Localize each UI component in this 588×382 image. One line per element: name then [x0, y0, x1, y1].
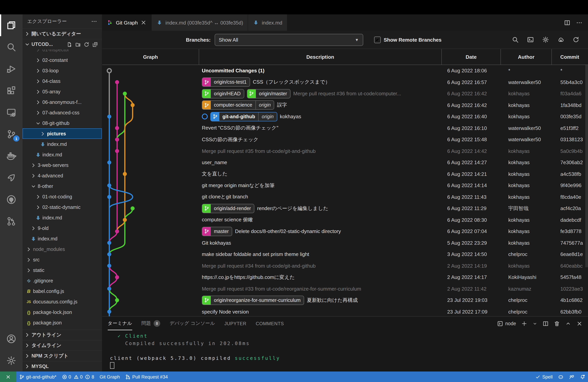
remote-indicator[interactable]	[0, 371, 16, 382]
activity-source-control[interactable]: 1	[0, 123, 22, 145]
new-terminal-icon[interactable]	[521, 320, 527, 327]
branch-label-origin/HEAD[interactable]: origin/HEAD	[202, 89, 244, 98]
copilot-status-item[interactable]	[555, 371, 566, 382]
close-icon[interactable]	[141, 20, 147, 26]
branch-label-origin/reorganize-for-summer-curriculum[interactable]: origin/reorganize-for-summer-curriculum	[202, 296, 304, 305]
sidebar-section-タイムライン[interactable]: タイムライン	[22, 340, 102, 350]
column-header-author[interactable]: Author	[501, 49, 552, 64]
refresh-icon[interactable]	[84, 42, 89, 47]
activity-github[interactable]	[0, 189, 22, 211]
panel-tab-ターミナル[interactable]: ターミナル	[108, 317, 132, 330]
terminal-icon[interactable]	[527, 36, 534, 43]
activity-remote-explorer[interactable]	[0, 102, 22, 123]
tree-file-docusaurus.config.js[interactable]: JSdocusaurus.config.js	[22, 297, 102, 307]
tree-file-index.md[interactable]: index.md	[22, 139, 102, 149]
tree-folder-02-static-dynamic[interactable]: 02-static-dynamic	[22, 202, 102, 212]
pull-request-status-item[interactable]: Pull Request #34	[123, 371, 170, 382]
collapse-icon[interactable]	[92, 42, 98, 47]
tree-folder-node_modules[interactable]: node_modules	[22, 244, 102, 255]
open-editors-section[interactable]: 開いているエディター	[22, 28, 102, 39]
tree-folder-pictures[interactable]: pictures	[22, 128, 102, 139]
notifications-status-item[interactable]	[577, 371, 588, 382]
branch-label-origin/master[interactable]: origin/master	[247, 89, 291, 98]
tab-index.md (003fe35d^ ↔ 003fe35d)[interactable]: index.md (003fe35d^ ↔ 003fe35d)	[152, 14, 248, 31]
activity-accounts[interactable]	[0, 328, 22, 350]
problems-status-item[interactable]: 008	[59, 371, 97, 382]
tree-file-index.md[interactable]: index.md	[22, 149, 102, 160]
tree-folder-8-other[interactable]: 8-other	[22, 181, 102, 191]
tab-index.md[interactable]: index.md	[248, 14, 287, 31]
terminal-output[interactable]: ✓ Client Compiled successfully in 202.08…	[102, 330, 588, 371]
activity-search[interactable]	[0, 36, 22, 58]
split-terminal-icon[interactable]	[543, 320, 549, 327]
panel-tab-デバッグ コンソール[interactable]: デバッグ コンソール	[169, 317, 215, 330]
tree-folder-06-anonymous-f...[interactable]: 06-anonymous-f...	[22, 97, 102, 107]
more-actions-icon[interactable]	[91, 18, 97, 24]
maximize-panel-icon[interactable]	[565, 320, 571, 327]
scrollbar[interactable]	[585, 65, 588, 267]
tree-file-README.md[interactable]: README.md	[22, 328, 102, 329]
sidebar-section-NPM スクリプト[interactable]: NPM スクリプト	[22, 350, 102, 361]
panel-tab-問題[interactable]: 問題8	[141, 317, 160, 330]
branch-label-computer-science[interactable]: computer-scienceorigin	[202, 101, 274, 110]
column-header-commit[interactable]: Commit	[552, 49, 588, 64]
spell-status-item[interactable]: Spell	[533, 371, 555, 382]
refresh-icon[interactable]	[572, 36, 579, 43]
activity-misc-extension[interactable]	[0, 167, 22, 189]
branch-label-master[interactable]: master	[202, 227, 232, 236]
ellipsis-icon[interactable]	[576, 19, 583, 26]
branches-dropdown[interactable]: Show All ▼	[214, 34, 363, 46]
tree-folder-9-old[interactable]: 9-old	[22, 223, 102, 233]
tree-folder-01-inspector[interactable]: 01-inspector	[22, 49, 102, 55]
activity-explorer[interactable]	[0, 14, 22, 36]
newfile-icon[interactable]	[66, 42, 72, 47]
kill-terminal-icon[interactable]	[554, 320, 560, 327]
tree-folder-static[interactable]: static	[22, 265, 102, 276]
cloud-download-icon[interactable]	[557, 36, 564, 43]
activity-settings[interactable]	[0, 350, 22, 371]
tree-file-package-lock.json[interactable]: {}package-lock.json	[22, 307, 102, 318]
tree-folder-4-advanced[interactable]: 4-advanced	[22, 170, 102, 181]
tree-folder-01-not-coding[interactable]: 01-not-coding	[22, 191, 102, 202]
panel-tab-COMMENTS[interactable]: COMMENTS	[256, 317, 284, 330]
terminal-dropdown-icon[interactable]	[532, 320, 537, 327]
tree-folder-08-git-github[interactable]: 08-git-github	[22, 118, 102, 128]
terminal-selector[interactable]: node	[497, 320, 516, 327]
activity-docker[interactable]	[0, 145, 22, 167]
split-editor-icon[interactable]	[564, 19, 570, 26]
column-header-date[interactable]: Date	[442, 49, 501, 64]
tree-folder-3-web-servers[interactable]: 3-web-servers	[22, 160, 102, 170]
activity-run-debug[interactable]	[0, 58, 22, 80]
tab-Git Graph[interactable]: Git Graph	[102, 14, 152, 31]
feedback-status-item[interactable]	[566, 371, 577, 382]
tree-folder-src[interactable]: src	[22, 255, 102, 265]
git-graph-status-item[interactable]: Git Graph	[97, 371, 123, 382]
sidebar-section-アウトライン[interactable]: アウトライン	[22, 329, 102, 340]
branch-label-origin/add-render[interactable]: origin/add-render	[202, 204, 254, 213]
tree-file-index.md[interactable]: index.md	[22, 212, 102, 223]
tree-folder-02-constant[interactable]: 02-constant	[22, 55, 102, 65]
tree-file-babel.config.js[interactable]: Bbabel.config.js	[22, 286, 102, 297]
activity-extensions[interactable]	[0, 80, 22, 102]
tree-file-.gitignore[interactable]: .gitignore	[22, 276, 102, 286]
newfolder-icon[interactable]	[75, 42, 81, 47]
activity-github-pull-requests[interactable]	[0, 211, 22, 232]
tree-file-index.md[interactable]: index.md	[22, 233, 102, 244]
tree-folder-03-loop[interactable]: 03-loop	[22, 65, 102, 76]
column-header-graph[interactable]: Graph	[102, 49, 199, 64]
close-panel-icon[interactable]	[576, 320, 583, 327]
tree-folder-05-array[interactable]: 05-array	[22, 86, 102, 97]
branch-label-git-and-github[interactable]: git-and-githuborigin	[210, 112, 277, 121]
tree-file-package.json[interactable]: {}package.json	[22, 318, 102, 328]
panel-tab-JUPYTER[interactable]: JUPYTER	[224, 317, 247, 330]
tree-folder-04-class[interactable]: 04-class	[22, 76, 102, 86]
branch-status-item[interactable]: git-and-github*	[16, 371, 59, 382]
show-remote-branches-checkbox[interactable]	[374, 36, 380, 43]
sidebar-section-MYSQL[interactable]: MYSQL	[22, 361, 102, 371]
workspace-section[interactable]: UTCOD...	[22, 39, 102, 49]
tree-folder-07-advanced-css[interactable]: 07-advanced-css	[22, 107, 102, 118]
branch-label-origin/css-test1[interactable]: origin/css-test1	[202, 78, 250, 87]
settings-icon[interactable]	[542, 36, 549, 43]
column-header-description[interactable]: Description	[199, 49, 442, 64]
search-icon[interactable]	[512, 36, 519, 43]
